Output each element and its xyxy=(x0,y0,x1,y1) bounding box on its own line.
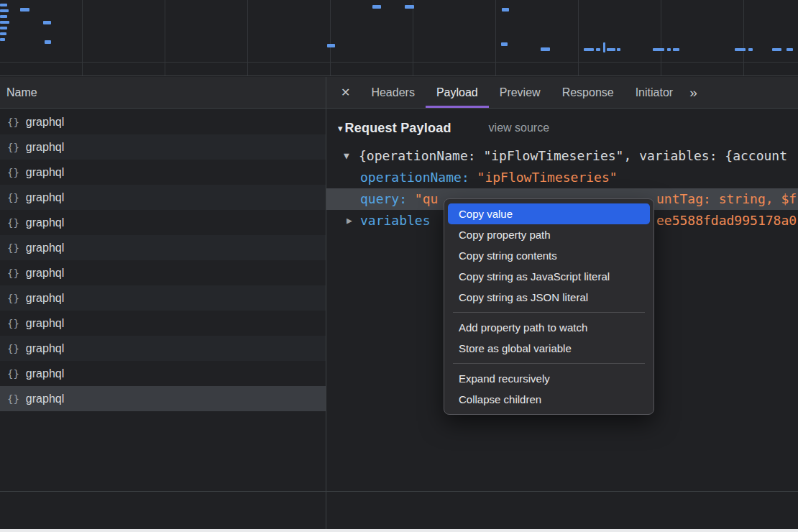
section-collapse-icon[interactable]: ▾ xyxy=(338,123,343,134)
network-activity-bar xyxy=(20,8,29,12)
menu-separator xyxy=(453,363,645,364)
root-object-preview: {operationName: "ipFlowTimeseries", vari… xyxy=(359,148,787,163)
property-value-right: ee5588fdad995178a0 xyxy=(656,210,797,231)
property-key: variables xyxy=(360,213,431,228)
request-row[interactable]: {}graphql xyxy=(0,160,326,185)
collapsed-triangle-icon[interactable]: ▶ xyxy=(347,210,352,231)
network-activity-bar xyxy=(0,9,9,12)
request-name: graphql xyxy=(26,393,64,405)
json-braces-icon: {} xyxy=(7,267,19,279)
overview-gridline xyxy=(165,0,165,75)
property-value: "ipFlowTimeseries" xyxy=(477,170,618,185)
network-activity-bar xyxy=(772,48,781,51)
view-source-link[interactable]: view source xyxy=(489,121,549,134)
overview-gridline xyxy=(495,0,496,75)
network-activity-bar xyxy=(501,42,508,46)
network-activity-bar xyxy=(673,48,679,51)
json-braces-icon: {} xyxy=(7,368,19,380)
request-name: graphql xyxy=(26,216,64,229)
menu-separator xyxy=(453,312,645,313)
request-row[interactable]: {}graphql xyxy=(0,260,326,285)
request-name: graphql xyxy=(26,267,64,280)
network-activity-bar xyxy=(786,48,793,51)
json-braces-icon: {} xyxy=(7,116,19,128)
json-braces-icon: {} xyxy=(7,217,19,229)
json-braces-icon: {} xyxy=(7,192,19,203)
menu-item-copy-string-contents[interactable]: Copy string contents xyxy=(444,245,653,266)
overview-gridline xyxy=(247,0,248,75)
tab-headers[interactable]: Headers xyxy=(360,77,425,108)
overview-gridline xyxy=(743,0,744,75)
network-activity-bar xyxy=(607,48,615,51)
json-braces-icon: {} xyxy=(7,343,19,354)
network-activity-bar xyxy=(541,47,550,51)
json-braces-icon: {} xyxy=(7,242,19,254)
request-row[interactable]: {}graphql xyxy=(0,361,326,386)
json-braces-icon: {} xyxy=(7,142,19,153)
network-activity-bar xyxy=(617,48,620,51)
tab-response[interactable]: Response xyxy=(551,77,625,108)
menu-item-add-property-path-to-watch[interactable]: Add property path to watch xyxy=(444,317,653,338)
json-braces-icon: {} xyxy=(7,167,19,178)
menu-item-copy-property-path[interactable]: Copy property path xyxy=(444,224,653,245)
network-activity-bar xyxy=(667,48,671,51)
request-name: graphql xyxy=(26,292,64,305)
request-list: {}graphql{}graphql{}graphql{}graphql{}gr… xyxy=(0,109,326,411)
tab-payload[interactable]: Payload xyxy=(426,77,489,108)
network-activity-bar xyxy=(0,32,6,35)
tab-initiator[interactable]: Initiator xyxy=(625,77,684,108)
request-row[interactable]: {}graphql xyxy=(0,210,326,235)
json-braces-icon: {} xyxy=(7,393,19,405)
request-name: graphql xyxy=(26,116,64,129)
request-name: graphql xyxy=(26,242,64,254)
request-row[interactable]: {}graphql xyxy=(0,109,326,134)
request-payload-section: ▾ Request Payload view source xyxy=(326,117,798,139)
request-row[interactable]: {}graphql xyxy=(0,134,326,160)
network-activity-bar xyxy=(0,15,7,18)
tree-row-operation-name[interactable]: operationName: "ipFlowTimeseries" xyxy=(326,167,798,188)
close-icon[interactable]: ✕ xyxy=(335,86,360,99)
network-activity-bar xyxy=(43,21,51,24)
property-key: query: xyxy=(360,191,415,206)
request-row[interactable]: {}graphql xyxy=(0,336,326,361)
more-tabs-icon[interactable]: » xyxy=(689,85,697,101)
menu-item-copy-value[interactable]: Copy value xyxy=(448,203,650,224)
network-activity-bar xyxy=(502,8,509,12)
request-row[interactable]: {}graphql xyxy=(0,235,326,260)
request-name: graphql xyxy=(26,342,64,355)
overview-gridline xyxy=(661,0,661,75)
request-row[interactable]: {}graphql xyxy=(0,185,326,210)
tab-preview[interactable]: Preview xyxy=(489,77,551,108)
network-activity-bar xyxy=(735,48,746,51)
menu-item-store-as-global-variable[interactable]: Store as global variable xyxy=(444,338,653,359)
network-overview-timeline[interactable] xyxy=(0,0,798,76)
request-row[interactable]: {}graphql xyxy=(0,311,326,336)
menu-item-copy-string-as-javascript-literal[interactable]: Copy string as JavaScript literal xyxy=(444,266,653,287)
tree-root-row[interactable]: ▼ {operationName: "ipFlowTimeseries", va… xyxy=(326,145,798,167)
network-activity-bar xyxy=(0,27,7,29)
request-row[interactable]: {}graphql xyxy=(0,285,326,311)
request-name: graphql xyxy=(26,166,64,179)
name-column-label: Name xyxy=(6,86,37,99)
network-activity-bar xyxy=(45,40,51,44)
menu-item-copy-string-as-json-literal[interactable]: Copy string as JSON literal xyxy=(444,287,653,308)
overview-gridline xyxy=(413,0,413,75)
request-name: graphql xyxy=(26,367,64,380)
context-menu: Copy valueCopy property pathCopy string … xyxy=(444,198,654,415)
request-row[interactable]: {}graphql xyxy=(0,386,326,411)
network-activity-bar xyxy=(584,48,594,51)
network-activity-bar xyxy=(327,44,335,47)
overview-gridline xyxy=(82,0,83,75)
expanded-triangle-icon[interactable]: ▼ xyxy=(344,145,349,167)
menu-item-expand-recursively[interactable]: Expand recursively xyxy=(444,368,653,389)
section-title: Request Payload xyxy=(345,121,451,136)
menu-item-collapse-children[interactable]: Collapse children xyxy=(444,389,653,410)
name-column-header[interactable]: Name xyxy=(0,77,326,109)
status-footer xyxy=(0,492,798,529)
overview-gridline xyxy=(330,0,331,75)
network-activity-bar xyxy=(653,48,664,51)
json-braces-icon: {} xyxy=(7,293,19,304)
panel-divider[interactable] xyxy=(326,77,326,529)
property-value-right: untTag: string, $f xyxy=(656,188,797,210)
network-activity-bar xyxy=(0,38,5,41)
